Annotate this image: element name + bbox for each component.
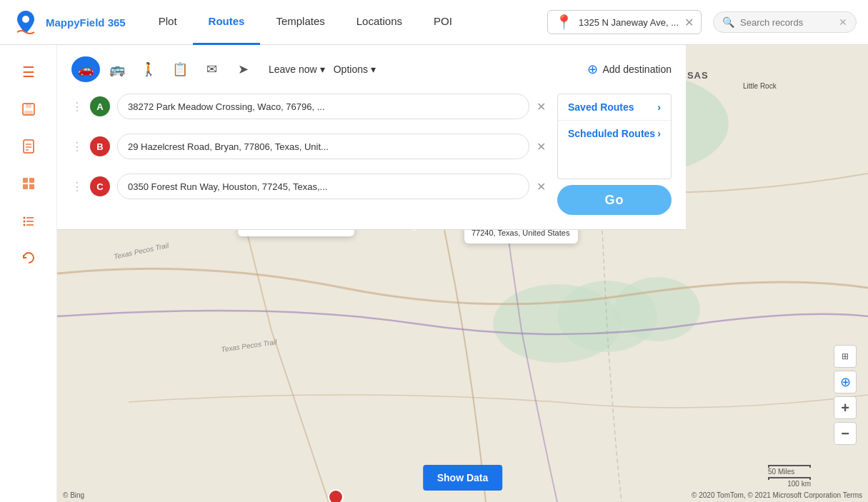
document-mode-btn[interactable]: 📋 — [166, 56, 194, 82]
car-mode-btn[interactable]: 🚗 — [71, 56, 100, 82]
nav: Plot Routes Templates Locations POI — [143, 0, 536, 45]
address-clear-icon[interactable]: ✕ — [684, 16, 694, 29]
svg-rect-3 — [26, 104, 31, 108]
mail-mode-btn[interactable]: ✉ — [197, 56, 226, 82]
waypoint-label-c: C — [90, 176, 110, 196]
search-icon: 🔍 — [722, 16, 734, 28]
my-location-button[interactable]: ⊕ — [834, 371, 857, 393]
bing-watermark: © Bing — [63, 491, 84, 499]
map-controls: ⊞ ⊕ + − — [834, 345, 857, 445]
sidebar-menu-icon[interactable]: ☰ — [13, 56, 44, 88]
waypoints-area: ⋮ A ✕ ⋮ B ✕ ⋮ C ✕ — [71, 94, 672, 215]
walk-mode-btn[interactable]: 🚶 — [134, 56, 163, 82]
waypoint-row-c: ⋮ C ✕ — [71, 174, 546, 199]
svg-point-17 — [23, 224, 25, 226]
go-button[interactable]: Go — [557, 185, 672, 215]
svg-point-15 — [23, 221, 25, 223]
tomtom-watermark: © 2020 TomTom, © 2021 Microsoft Corporat… — [692, 491, 862, 499]
logo-area: MappyField 365 — [11, 8, 126, 36]
nav-templates[interactable]: Templates — [260, 0, 340, 45]
waypoint-clear-b[interactable]: ✕ — [537, 140, 546, 154]
address-bar[interactable]: 📍 1325 N Janeway Ave, ... ✕ — [547, 10, 702, 34]
waypoint-input-c[interactable] — [117, 174, 529, 199]
transport-row: 🚗 🚌 🚶 📋 ✉ ➤ Leave now ▾ Options ▾ ⊕ Add … — [71, 56, 672, 82]
svg-rect-4 — [24, 111, 33, 115]
waypoint-clear-c[interactable]: ✕ — [537, 180, 546, 194]
waypoint-label-b: B — [90, 136, 110, 156]
search-input[interactable] — [740, 17, 833, 28]
svg-rect-10 — [29, 178, 34, 183]
pin-red-3-circle — [328, 489, 344, 502]
leave-now-button[interactable]: Leave now ▾ — [269, 64, 325, 75]
sidebar-grid-icon[interactable] — [13, 168, 44, 199]
svg-point-1 — [22, 16, 29, 23]
zoom-out-button[interactable]: − — [834, 422, 857, 445]
waypoint-label-a: A — [90, 96, 110, 116]
scale-km: 100 km — [787, 480, 811, 488]
nav-plot[interactable]: Plot — [143, 0, 193, 45]
waypoint-input-b[interactable] — [117, 134, 529, 159]
routes-scroll: Saved Routes › Scheduled Routes › — [557, 94, 672, 179]
sidebar-left: ☰ — [0, 45, 57, 502]
show-data-button[interactable]: Show Data — [423, 465, 503, 491]
sidebar-document-icon[interactable] — [13, 131, 44, 162]
routes-sidebar: Saved Routes › Scheduled Routes › Go — [557, 94, 672, 215]
header: MappyField 365 Plot Routes Templates Loc… — [0, 0, 868, 45]
scale-miles: 50 Miles — [768, 468, 794, 476]
nav-routes[interactable]: Routes — [193, 0, 261, 45]
scale-bar: 50 Miles 100 km — [768, 465, 811, 488]
location-pin-icon: 📍 — [555, 14, 573, 31]
waypoint-input-a[interactable] — [117, 94, 529, 119]
sidebar-list-icon[interactable] — [13, 205, 44, 236]
svg-rect-5 — [24, 140, 34, 153]
drag-handle-b[interactable]: ⋮ — [71, 140, 83, 154]
nav-poi[interactable]: POI — [418, 0, 468, 45]
nav-locations[interactable]: Locations — [341, 0, 418, 45]
svg-rect-9 — [23, 178, 28, 183]
svg-rect-11 — [23, 184, 28, 189]
svg-rect-12 — [29, 184, 34, 189]
drag-handle-a[interactable]: ⋮ — [71, 100, 83, 114]
add-destination-button[interactable]: ⊕ Add destination — [587, 61, 672, 77]
search-bar[interactable]: 🔍 ✕ — [713, 11, 857, 33]
svg-point-13 — [23, 217, 25, 219]
waypoint-row-a: ⋮ A ✕ — [71, 94, 546, 119]
scheduled-routes-link[interactable]: Scheduled Routes › — [558, 121, 671, 146]
search-clear-icon[interactable]: ✕ — [839, 16, 847, 28]
waypoint-row-b: ⋮ B ✕ — [71, 134, 546, 159]
pin-red-3 — [328, 489, 344, 502]
layers-button[interactable]: ⊞ — [834, 345, 857, 368]
little-rock-label: Little Rock — [743, 82, 777, 90]
navigate-mode-btn[interactable]: ➤ — [229, 56, 257, 82]
options-button[interactable]: Options ▾ — [334, 64, 376, 75]
logo-icon — [11, 8, 40, 36]
sidebar-refresh-icon[interactable] — [13, 242, 44, 273]
waypoints-list: ⋮ A ✕ ⋮ B ✕ ⋮ C ✕ — [71, 94, 546, 215]
logo-text: MappyField 365 — [46, 16, 126, 29]
saved-routes-link[interactable]: Saved Routes › — [558, 94, 671, 121]
sidebar-save-icon[interactable] — [13, 94, 44, 125]
zoom-in-button[interactable]: + — [834, 396, 857, 419]
drag-handle-c[interactable]: ⋮ — [71, 180, 83, 194]
routes-panel: 🚗 🚌 🚶 📋 ✉ ➤ Leave now ▾ Options ▾ ⊕ Add … — [57, 45, 686, 230]
address-text: 1325 N Janeway Ave, ... — [579, 17, 679, 28]
waypoint-clear-a[interactable]: ✕ — [537, 100, 546, 114]
transit-mode-btn[interactable]: 🚌 — [103, 56, 131, 82]
